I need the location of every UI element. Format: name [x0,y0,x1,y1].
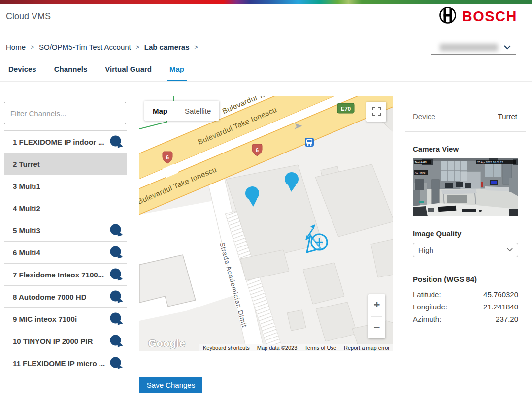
camera-marker-icon [110,246,123,259]
tab[interactable]: Map [167,65,187,81]
tab[interactable]: Channels [52,65,90,81]
google-logo[interactable]: Google [148,338,185,349]
attribution-link[interactable]: Keyboard shortcuts [203,345,250,351]
channel-label: 8 Autodome 7000 HD [13,293,86,301]
device-row: Device Turret [405,103,526,128]
map-type-satellite-button[interactable]: Satellite [176,101,219,121]
channel-list-item[interactable]: 2 Turret [4,153,127,175]
attribution-link[interactable]: Map data ©2023 [257,345,298,351]
image-quality-value: High [418,246,433,254]
channel-label: 9 MIC inteox 7100i [13,315,77,323]
save-changes-button[interactable]: Save Changes [139,377,202,393]
position-row-label: Azimuth: [413,313,441,325]
channel-list-item[interactable]: 5 Multi3 [4,219,127,242]
camera-marker-icon [110,335,123,348]
breadcrumb: Home > SO/OPM5-Tim Test Account > Lab ca… [6,43,203,51]
camera-snapshot-image: Test AAPI AL_MINI 25 Apr 2023 10:09:15 [413,158,518,216]
camera-marker-icon [110,290,123,304]
channel-sidebar: 1 FLEXIDOME IP indoor ... 2 Turret [4,102,127,374]
channel-list-item[interactable]: 1 FLEXIDOME IP indoor ... [4,131,127,153]
channel-label: 3 Multi1 [13,182,40,190]
osd-camera-name: Test AAPI [415,161,427,164]
breadcrumb-separator: > [195,44,198,51]
attribution-link[interactable]: Terms of Use [304,345,336,351]
device-label: Device [413,112,435,121]
camera-view-heading: Camera View [413,145,526,153]
position-row: Longitude: 21.241840 [413,301,518,313]
bosch-anchor-logo-icon [438,6,457,27]
channel-label: 10 TINYON IP 2000 PIR [13,337,93,345]
position-row-label: Longitude: [413,301,447,313]
map-type-control: Map Satellite [144,101,219,121]
channel-label: 2 Turret [13,160,40,168]
breadcrumb-item[interactable]: Lab cameras [144,43,190,51]
channel-label: 7 Flexidome Inteox 7100... [13,271,104,279]
channel-list-item[interactable]: 9 MIC inteox 7100i [4,308,127,330]
camera-marker-icon [110,268,123,281]
channel-list-item[interactable]: 10 TINYON IP 2000 PIR [4,330,127,352]
channel-label: 11 FLEXIDOME IP micro ... [13,359,105,368]
breadcrumb-separator: > [136,44,139,51]
position-row-value: 21.241840 [483,301,518,313]
image-quality-select[interactable]: High [413,243,518,257]
position-row: Latitude: 45.760320 [413,288,518,301]
breadcrumb-item[interactable]: Home [6,43,26,51]
map-canvas[interactable]: Bulevardul Take Ionescu Bulevardul Take … [139,96,393,351]
fullscreen-icon [372,107,381,116]
map-zoom-control: + − [368,294,385,338]
camera-marker-icon [110,224,123,237]
position-row-value: 45.760320 [483,288,518,301]
camera-marker-icon [110,312,123,326]
channel-label: 5 Multi3 [13,226,40,235]
svg-text:E70: E70 [341,106,351,112]
tab-bar: Devices Channels Virtual Guard Map [0,65,532,82]
bosch-brand: BOSCH [438,6,517,27]
filter-channels-input[interactable] [4,102,126,124]
device-value: Turret [498,112,517,121]
channel-list: 1 FLEXIDOME IP indoor ... 2 Turret [4,130,127,374]
map-graphics: Bulevardul Take Ionescu Bulevardul Take … [139,96,393,351]
chevron-down-icon [504,45,511,50]
chevron-down-icon [507,248,513,252]
redacted-account-name [440,44,498,51]
osd-camera-name-2: AL_MINI [415,171,426,174]
app-title: Cloud VMS [6,11,51,22]
breadcrumb-item[interactable]: SO/OPM5-Tim Test Account [39,43,131,51]
bosch-wordmark: BOSCH [462,8,517,25]
tab[interactable]: Devices [6,65,39,81]
panel-divider [405,131,526,132]
channel-list-item[interactable]: 6 Multi4 [4,242,127,264]
svg-text:6: 6 [166,154,169,160]
map-type-map-button[interactable]: Map [144,101,176,121]
camera-marker-icon [110,135,123,149]
map-attribution: Keyboard shortcuts Map data ©2023 Terms … [200,344,393,351]
channel-list-item[interactable]: 4 Multi2 [4,197,127,219]
bosch-supergraphic-bar [0,0,532,4]
camera-marker-icon [110,357,123,370]
image-quality-heading: Image Quality [413,229,526,238]
channel-label: 6 Multi4 [13,248,40,257]
channel-list-item[interactable]: 7 Flexidome Inteox 7100... [4,264,127,286]
breadcrumb-separator: > [31,44,34,51]
device-details-panel: Device Turret Camera View [405,103,526,325]
position-row-label: Latitude: [413,288,441,301]
e-road-badge: E70 [337,103,354,113]
channel-label: 4 Multi2 [13,204,40,213]
account-selector[interactable] [431,40,516,55]
channel-list-item[interactable]: 3 Multi1 [4,175,127,197]
zoom-out-button[interactable]: − [368,317,385,339]
svg-text:6: 6 [256,147,259,153]
position-heading: Position (WGS 84) [413,275,526,283]
position-row: Azimuth: 237.20 [413,313,518,325]
cloud-vms-page: Cloud VMS BOSCH Home > SO/OPM5-T [0,0,532,399]
zoom-in-button[interactable]: + [368,294,385,316]
fullscreen-button[interactable] [366,102,386,122]
bus-stop-icon[interactable] [305,138,314,147]
tab[interactable]: Virtual Guard [102,65,154,81]
osd-timestamp: 25 Apr 2023 10:09:15 [477,161,503,164]
channel-list-item[interactable]: 11 FLEXIDOME IP micro ... [4,352,127,374]
channel-label: 1 FLEXIDOME IP indoor ... [13,138,104,146]
attribution-link[interactable]: Report a map error [344,345,390,351]
position-row-value: 237.20 [496,313,518,325]
channel-list-item[interactable]: 8 Autodome 7000 HD [4,286,127,308]
